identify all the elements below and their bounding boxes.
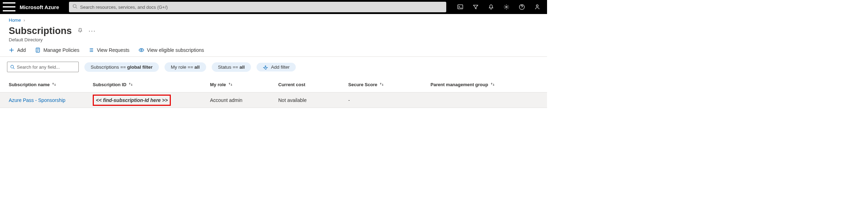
global-search-wrap [69, 2, 446, 12]
breadcrumb: Home › [0, 14, 547, 24]
eye-icon [139, 47, 144, 53]
sort-icon [52, 82, 56, 88]
top-bar: Microsoft Azure [0, 0, 547, 14]
filter-pill-role[interactable]: My role == all [164, 62, 206, 72]
filter-pill-status[interactable]: Status == all [212, 62, 251, 72]
page-subtitle: Default Directory [0, 36, 547, 47]
svg-rect-2 [3, 10, 15, 12]
cell-subscription-id: << find-subscription-Id here >> [93, 95, 210, 106]
cell-current-cost: Not available [278, 97, 348, 103]
clipboard-icon [35, 47, 41, 53]
view-requests-label: View Requests [97, 47, 130, 53]
brand-label[interactable]: Microsoft Azure [20, 4, 59, 10]
svg-point-10 [141, 49, 142, 51]
add-label: Add [17, 47, 26, 53]
subscriptions-table: Subscription name Subscription ID My rol… [0, 77, 547, 108]
col-subscription-name[interactable]: Subscription name [9, 82, 93, 88]
more-icon[interactable]: ··· [89, 27, 96, 35]
view-eligible-label: View eligible subscriptions [147, 47, 204, 53]
sort-icon [128, 82, 133, 88]
cell-secure-score: - [348, 97, 430, 103]
cell-subscription-name[interactable]: Azure Pass - Sponsorship [9, 97, 93, 103]
settings-icon[interactable] [499, 0, 513, 14]
field-search-input[interactable] [17, 64, 76, 70]
cloud-shell-icon[interactable] [453, 0, 467, 14]
svg-point-6 [506, 6, 507, 8]
search-icon [72, 4, 80, 10]
hamburger-icon[interactable] [3, 0, 15, 14]
view-requests-button[interactable]: View Requests [89, 47, 130, 53]
filter-plus-icon [263, 64, 268, 70]
breadcrumb-home[interactable]: Home [9, 18, 21, 23]
table-row[interactable]: Azure Pass - Sponsorship << find-subscri… [0, 92, 547, 108]
col-subscription-id[interactable]: Subscription ID [93, 82, 210, 88]
svg-point-8 [536, 5, 538, 7]
feedback-icon[interactable] [530, 0, 544, 14]
col-parent-mg[interactable]: Parent management group [430, 82, 538, 88]
col-current-cost[interactable]: Current cost [278, 82, 348, 87]
toolbar: Add Manage Policies View Requests View e… [0, 47, 547, 57]
filter-bar: Subscriptions == global filter My role =… [0, 57, 547, 77]
chevron-right-icon: › [23, 18, 25, 23]
col-secure-score[interactable]: Secure Score [348, 82, 430, 88]
svg-rect-0 [3, 2, 15, 4]
pin-icon[interactable] [77, 28, 83, 35]
sort-icon [379, 82, 384, 88]
view-eligible-button[interactable]: View eligible subscriptions [139, 47, 204, 53]
page-title: Subscriptions [9, 26, 72, 36]
svg-rect-5 [458, 5, 463, 9]
svg-line-12 [13, 68, 14, 69]
sort-icon [490, 82, 495, 88]
notifications-icon[interactable] [484, 0, 498, 14]
svg-point-3 [73, 5, 76, 8]
plus-icon [9, 47, 14, 53]
cell-my-role: Account admin [210, 97, 278, 103]
list-icon [89, 47, 94, 53]
global-search-input[interactable] [80, 5, 443, 10]
manage-policies-button[interactable]: Manage Policies [35, 47, 79, 53]
svg-point-11 [11, 65, 14, 68]
title-row: Subscriptions ··· [0, 24, 547, 36]
help-icon[interactable] [515, 0, 529, 14]
svg-rect-1 [3, 6, 15, 8]
sort-icon [228, 82, 233, 88]
table-header: Subscription name Subscription ID My rol… [0, 77, 547, 92]
svg-line-4 [76, 7, 77, 9]
top-icons [453, 0, 544, 14]
field-search[interactable] [7, 62, 79, 72]
global-search[interactable] [69, 2, 446, 12]
add-filter-button[interactable]: Add filter [257, 63, 296, 71]
add-button[interactable]: Add [9, 47, 26, 53]
filter-pill-subscriptions[interactable]: Subscriptions == global filter [84, 62, 159, 72]
col-my-role[interactable]: My role [210, 82, 278, 88]
directory-filter-icon[interactable] [469, 0, 483, 14]
manage-policies-label: Manage Policies [43, 47, 79, 53]
search-icon [10, 64, 15, 69]
